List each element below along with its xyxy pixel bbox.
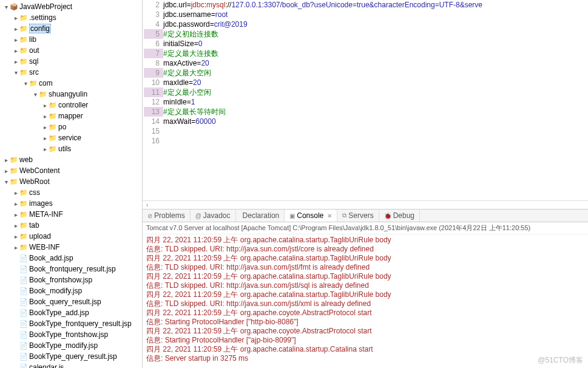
folder-icon: 📁 bbox=[10, 177, 18, 186]
code-line[interactable]: 8maxActive=20 bbox=[144, 58, 587, 68]
tree-item-meta-inf[interactable]: ▸📁META-INF bbox=[0, 209, 142, 220]
tab-debug[interactable]: 🐞Debug bbox=[379, 210, 420, 222]
twisty-icon[interactable]: ▸ bbox=[41, 102, 49, 109]
code-line[interactable]: 3jdbc.username=root bbox=[144, 10, 587, 19]
close-icon[interactable]: ✕ bbox=[327, 213, 332, 219]
twisty-icon[interactable]: ▸ bbox=[2, 168, 10, 174]
code-content[interactable]: #定义最小空闲 bbox=[163, 87, 587, 97]
tree-item-service[interactable]: ▸📁service bbox=[0, 132, 142, 143]
tab-declaration[interactable]: Declaration bbox=[236, 210, 285, 222]
code-line[interactable]: 13#定义最长等待时间 bbox=[144, 107, 587, 117]
tree-item-webcontent[interactable]: ▸📁WebContent bbox=[0, 165, 142, 176]
code-content[interactable]: #定义初始连接数 bbox=[163, 29, 587, 39]
tree-item-book-frontshow-jsp[interactable]: 📄Book_frontshow.jsp bbox=[0, 274, 142, 285]
tree-item-booktype-query-result-jsp[interactable]: 📄BookType_query_result.jsp bbox=[0, 351, 142, 362]
twisty-icon[interactable]: ▾ bbox=[2, 179, 10, 185]
tree-item-web-inf[interactable]: ▸📁WEB-INF bbox=[0, 242, 142, 253]
tree-item-config[interactable]: ▸📁config bbox=[0, 23, 142, 34]
code-line[interactable]: 16 bbox=[144, 136, 587, 146]
twisty-icon[interactable]: ▾ bbox=[32, 91, 39, 98]
tab-problems[interactable]: ⊘Problems bbox=[143, 210, 191, 222]
tree-item-lib[interactable]: ▸📁lib bbox=[0, 34, 142, 45]
twisty-icon[interactable]: ▸ bbox=[41, 113, 49, 120]
tree-item-images[interactable]: ▸📁images bbox=[0, 198, 142, 209]
tree-item-tab[interactable]: ▸📁tab bbox=[0, 220, 142, 231]
tree-item-book-modify-jsp[interactable]: 📄Book_modify.jsp bbox=[0, 285, 142, 296]
tree-item-po[interactable]: ▸📁po bbox=[0, 121, 142, 132]
tree-item--settings[interactable]: ▸📁.settings bbox=[0, 12, 142, 23]
tree-item-upload[interactable]: ▸📁upload bbox=[0, 231, 142, 242]
code-line[interactable]: 6initialSize=0 bbox=[144, 39, 587, 49]
code-content[interactable]: #定义最长等待时间 bbox=[163, 107, 587, 117]
tree-item-mapper[interactable]: ▸📁mapper bbox=[0, 111, 142, 121]
tree-item-webroot[interactable]: ▾📁WebRoot bbox=[0, 176, 142, 187]
twisty-icon[interactable]: ▸ bbox=[12, 189, 19, 196]
tree-item-book-query-result-jsp[interactable]: 📄Book_query_result.jsp bbox=[0, 296, 142, 307]
console-output[interactable]: 四月 22, 2021 11:20:59 上午 org.apache.catal… bbox=[143, 234, 588, 368]
code-content[interactable]: maxActive=20 bbox=[163, 58, 587, 68]
tree-item-shuangyulin[interactable]: ▾📁shuangyulin bbox=[0, 89, 142, 100]
twisty-icon[interactable]: ▸ bbox=[12, 15, 19, 21]
tree-item-booktype-add-jsp[interactable]: 📄BookType_add.jsp bbox=[0, 307, 142, 318]
code-line[interactable]: 2jdbc.url=jdbc:mysql://127.0.0.1:3307/bo… bbox=[144, 0, 587, 10]
code-content[interactable]: jdbc.url=jdbc:mysql://127.0.0.1:3307/boo… bbox=[163, 0, 587, 10]
code-content[interactable]: maxIdle=20 bbox=[163, 78, 587, 87]
code-line[interactable]: 12minIdle=1 bbox=[144, 97, 587, 107]
code-line[interactable]: 10maxIdle=20 bbox=[144, 78, 587, 87]
twisty-icon[interactable]: ▸ bbox=[12, 200, 19, 207]
tree-item-web[interactable]: ▸📁web bbox=[0, 154, 142, 165]
code-line[interactable]: 14maxWait=60000 bbox=[144, 117, 587, 126]
tree-item-utils[interactable]: ▸📁utils bbox=[0, 143, 142, 154]
twisty-icon[interactable]: ▾ bbox=[2, 4, 10, 10]
tree-item-sql[interactable]: ▸📁sql bbox=[0, 56, 142, 67]
project-explorer[interactable]: ▾📦JavaWebProject▸📁.settings▸📁config▸📁lib… bbox=[0, 0, 143, 368]
twisty-icon[interactable]: ▸ bbox=[41, 124, 49, 131]
twisty-icon[interactable]: ▸ bbox=[12, 211, 19, 218]
tree-item-controller[interactable]: ▸📁controller bbox=[0, 100, 142, 111]
horizontal-scroll-indicator[interactable]: ‹ bbox=[143, 200, 588, 209]
code-content[interactable]: #定义最大连接数 bbox=[163, 49, 587, 58]
tree-item-javawebproject[interactable]: ▾📦JavaWebProject bbox=[0, 1, 142, 12]
twisty-icon[interactable]: ▸ bbox=[12, 26, 19, 32]
code-content[interactable]: maxWait=60000 bbox=[163, 117, 587, 126]
tree-item-booktype-frontshow-jsp[interactable]: 📄BookType_frontshow.jsp bbox=[0, 329, 142, 340]
code-content[interactable] bbox=[163, 136, 587, 146]
tree-item-out[interactable]: ▸📁out bbox=[0, 45, 142, 56]
twisty-icon[interactable]: ▸ bbox=[12, 47, 19, 54]
code-content[interactable]: jdbc.password=crit@2019 bbox=[163, 19, 587, 29]
tree-item-book-add-jsp[interactable]: 📄Book_add.jsp bbox=[0, 253, 142, 264]
twisty-icon[interactable]: ▸ bbox=[12, 233, 19, 240]
code-line[interactable]: 7#定义最大连接数 bbox=[144, 49, 587, 58]
twisty-icon[interactable]: ▸ bbox=[12, 58, 19, 65]
code-line[interactable]: 5#定义初始连接数 bbox=[144, 29, 587, 39]
tree-item-src[interactable]: ▾📁src bbox=[0, 67, 142, 78]
code-content[interactable]: initialSize=0 bbox=[163, 39, 587, 49]
tree-item-booktype-frontquery-result-jsp[interactable]: 📄BookType_frontquery_result.jsp bbox=[0, 318, 142, 329]
twisty-icon[interactable]: ▸ bbox=[12, 244, 19, 251]
code-editor[interactable]: 2jdbc.url=jdbc:mysql://127.0.0.1:3307/bo… bbox=[143, 0, 588, 200]
twisty-icon[interactable]: ▸ bbox=[41, 135, 49, 141]
twisty-icon[interactable]: ▾ bbox=[22, 80, 29, 87]
tab-servers[interactable]: ⧉Servers bbox=[337, 210, 379, 222]
code-line[interactable]: 11#定义最小空闲 bbox=[144, 87, 587, 97]
code-line[interactable]: 9#定义最大空闲 bbox=[144, 68, 587, 78]
twisty-icon[interactable]: ▸ bbox=[12, 36, 19, 43]
code-content[interactable]: minIdle=1 bbox=[163, 97, 587, 107]
code-content[interactable]: jdbc.username=root bbox=[163, 10, 587, 19]
code-content[interactable] bbox=[163, 126, 587, 136]
twisty-icon[interactable]: ▸ bbox=[41, 146, 49, 152]
twisty-icon[interactable]: ▸ bbox=[2, 157, 10, 163]
tree-item-calendar-js[interactable]: 📄calendar.js bbox=[0, 362, 142, 368]
tree-item-book-frontquery-result-jsp[interactable]: 📄Book_frontquery_result.jsp bbox=[0, 264, 142, 274]
folder-icon: 📁 bbox=[49, 112, 57, 120]
tab-console[interactable]: ▣Console✕ bbox=[285, 210, 337, 222]
twisty-icon[interactable]: ▸ bbox=[12, 222, 19, 229]
tab-javadoc[interactable]: @Javadoc bbox=[191, 210, 236, 222]
tree-item-com[interactable]: ▾📁com bbox=[0, 78, 142, 89]
code-content[interactable]: #定义最大空闲 bbox=[163, 68, 587, 78]
tree-item-booktype-modify-jsp[interactable]: 📄BookType_modify.jsp bbox=[0, 340, 142, 351]
tree-item-css[interactable]: ▸📁css bbox=[0, 187, 142, 198]
twisty-icon[interactable]: ▾ bbox=[12, 69, 19, 76]
code-line[interactable]: 15 bbox=[144, 126, 587, 136]
code-line[interactable]: 4jdbc.password=crit@2019 bbox=[144, 19, 587, 29]
